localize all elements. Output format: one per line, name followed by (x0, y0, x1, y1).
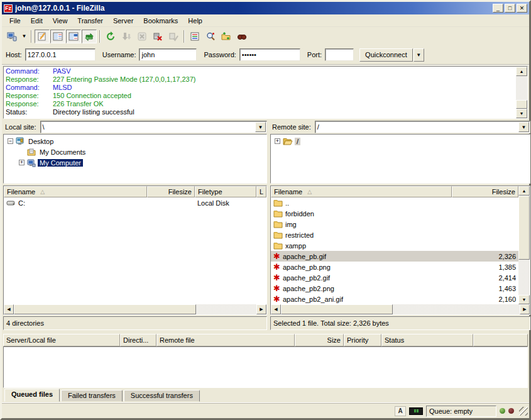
remote-horizontal-scrollbar[interactable]: ◀ ▶ (271, 304, 530, 314)
quickconnect-dropdown-icon[interactable]: ▼ (413, 48, 424, 62)
local-site-combo[interactable]: \ ▼ (40, 121, 267, 133)
tree-expander-minus-icon[interactable]: − (8, 138, 13, 144)
tree-item-my-computer[interactable]: +My Computer (4, 157, 266, 168)
column-header-filesize[interactable]: Filesize (147, 186, 195, 197)
menu-item-transfer[interactable]: Transfer (72, 16, 108, 26)
my-computer-icon (27, 158, 36, 167)
file-row-c-[interactable]: C:Local Disk (4, 197, 266, 208)
disconnect-button[interactable] (150, 30, 165, 43)
queue-header: Server/Local fileDirecti...Remote fileSi… (3, 334, 528, 346)
file-row--[interactable]: .. (271, 197, 518, 208)
maximize-button[interactable]: □ (505, 4, 515, 13)
scroll-up-icon[interactable]: ▲ (518, 186, 530, 196)
queue-column-size[interactable]: Size (295, 334, 344, 346)
scrollbar-thumb[interactable] (281, 304, 393, 314)
filename-text: restricted (285, 231, 314, 239)
scroll-down-icon[interactable]: ▼ (516, 109, 527, 118)
tree-expander-plus-icon[interactable]: + (275, 138, 280, 144)
toggle-transfer-queue-button[interactable] (82, 30, 97, 43)
queue-column-directi-[interactable]: Directi... (120, 334, 156, 346)
refresh-button[interactable] (103, 30, 118, 43)
local-status-text: 4 directories (6, 319, 44, 327)
tab-successful-transfers[interactable]: Successful transfers (124, 390, 200, 402)
chevron-down-icon[interactable]: ▼ (518, 122, 529, 132)
filename-text: apache_pb2.png (283, 285, 334, 292)
scrollbar-thumb[interactable] (518, 196, 530, 260)
queue-column-remote-file[interactable]: Remote file (156, 334, 295, 346)
tree-expander-plus-icon[interactable]: + (19, 160, 25, 165)
file-row-apache-pb-png[interactable]: ✱apache_pb.png1,385 (271, 262, 518, 272)
toggle-local-tree-icon (53, 31, 63, 41)
tab-failed-transfers[interactable]: Failed transfers (61, 390, 123, 402)
password-input[interactable] (239, 48, 300, 61)
password-label: Password: (204, 51, 236, 58)
tree-item-desktop[interactable]: −Desktop (4, 136, 266, 146)
file-row-img[interactable]: img (271, 219, 518, 229)
remote-site-combo[interactable]: / ▼ (315, 121, 530, 133)
log-vertical-scrollbar[interactable]: ▲ ▼ (516, 67, 527, 118)
site-manager-button[interactable] (4, 30, 19, 43)
scroll-left-icon[interactable]: ◀ (271, 304, 281, 314)
log-entry-response: Response:150 Connection accepted (4, 92, 516, 100)
remote-vertical-scrollbar[interactable]: ▲ ▼ (518, 186, 530, 304)
folder-icon (273, 241, 283, 250)
column-header-filetype[interactable]: Filetype (195, 186, 256, 197)
filesize-cell: 2,414 (452, 272, 518, 283)
menu-item-help[interactable]: Help (183, 16, 207, 26)
menu-item-view[interactable]: View (48, 16, 73, 26)
menu-item-bookmarks[interactable]: Bookmarks (138, 16, 183, 26)
file-row-apache-pb2-gif[interactable]: ✱apache_pb2.gif2,414 (271, 272, 518, 283)
quickconnect-button[interactable]: Quickconnect (359, 48, 413, 62)
column-header-filename[interactable]: Filename△ (4, 186, 147, 197)
column-header-filename[interactable]: Filename△ (271, 186, 452, 197)
directory-comparison-button[interactable] (234, 30, 249, 43)
close-button[interactable]: ✕ (517, 4, 527, 13)
file-row-restricted[interactable]: restricted (271, 229, 518, 240)
scrollbar-thumb[interactable] (14, 304, 196, 314)
scrollbar-thumb[interactable] (516, 100, 527, 109)
column-header-l[interactable]: L (256, 186, 266, 197)
column-header-label: Filename (7, 188, 35, 196)
scroll-right-icon[interactable]: ▶ (256, 304, 266, 314)
queue-column-server-local-file[interactable]: Server/Local file (3, 334, 120, 346)
menu-item-file[interactable]: File (4, 16, 26, 26)
file-row-apache-pb-gif[interactable]: ✱apache_pb.gif2,326 (271, 251, 518, 262)
menu-item-server[interactable]: Server (108, 16, 138, 26)
port-input[interactable] (325, 48, 354, 61)
resize-grip[interactable] (519, 407, 528, 416)
refresh-icon (106, 31, 116, 41)
tab-queued-files[interactable]: Queued files (4, 389, 60, 402)
toggle-message-log-button[interactable] (35, 30, 50, 43)
folder-icon (273, 231, 283, 239)
file-row-forbidden[interactable]: forbidden (271, 208, 518, 219)
file-row-xampp[interactable]: xampp (271, 240, 518, 251)
scroll-left-icon[interactable]: ◀ (4, 304, 14, 314)
tree-item--[interactable]: +/ (271, 136, 530, 146)
local-horizontal-scrollbar[interactable]: ◀ ▶ (4, 304, 266, 314)
tree-item-my-documents[interactable]: My Documents (4, 146, 266, 157)
column-header-filesize[interactable]: Filesize (452, 186, 518, 197)
file-search-button[interactable] (203, 30, 218, 43)
file-row-apache-pb2-ani-gif[interactable]: ✱apache_pb2_ani.gif2,160 (271, 294, 518, 304)
menu-item-edit[interactable]: Edit (26, 16, 48, 26)
site-manager-dropdown-icon[interactable]: ▼ (20, 30, 28, 43)
data-type-icon[interactable]: A (395, 406, 406, 416)
username-input[interactable] (139, 48, 197, 61)
filter-button[interactable] (187, 30, 202, 43)
toggle-remote-tree-button[interactable] (66, 30, 81, 43)
toggle-local-tree-button[interactable] (50, 30, 65, 43)
host-input[interactable] (25, 48, 96, 61)
speed-limits-icon[interactable] (409, 407, 423, 415)
scroll-right-icon[interactable]: ▶ (520, 304, 530, 314)
queue-column-blank[interactable] (473, 334, 528, 346)
minimize-button[interactable]: _ (493, 4, 503, 13)
scroll-up-icon[interactable]: ▲ (516, 67, 527, 76)
queue-column-priority[interactable]: Priority (344, 334, 381, 346)
synchronized-browsing-button[interactable] (219, 30, 234, 43)
tree-label: My Computer (38, 159, 83, 167)
log-entry-label: Response: (4, 100, 53, 108)
file-row-apache-pb2-png[interactable]: ✱apache_pb2.png1,463 (271, 283, 518, 294)
scroll-down-icon[interactable]: ▼ (518, 295, 530, 304)
queue-column-status[interactable]: Status (381, 334, 473, 346)
chevron-down-icon[interactable]: ▼ (255, 122, 266, 132)
